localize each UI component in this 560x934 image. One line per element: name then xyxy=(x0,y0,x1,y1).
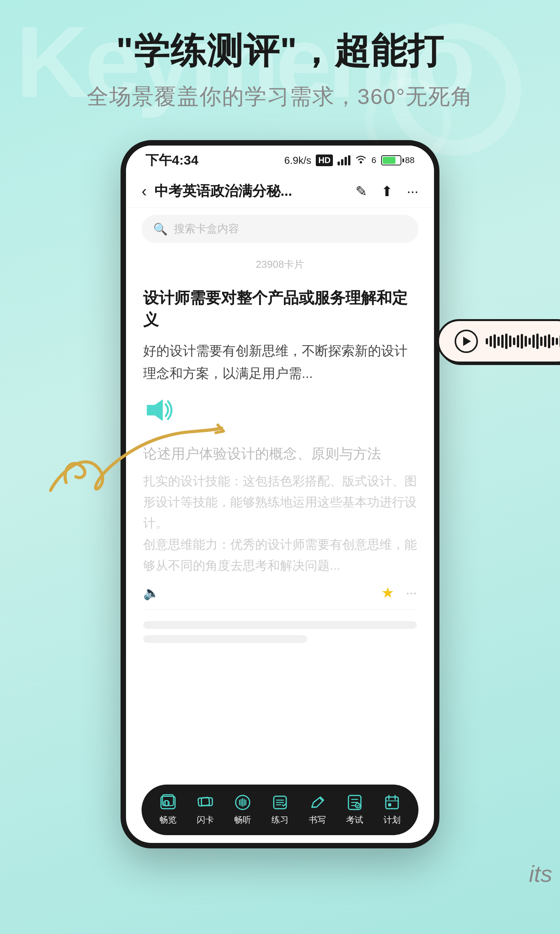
tab-plan-label: 计划 xyxy=(383,814,401,826)
svg-rect-7 xyxy=(198,797,210,806)
tab-write-label: 书写 xyxy=(309,814,326,826)
battery-percent: 88 xyxy=(405,155,415,165)
wave-10 xyxy=(521,334,523,349)
network-speed: 6.9k/s xyxy=(284,154,311,167)
listen-icon xyxy=(234,794,251,811)
search-placeholder: 搜索卡盒内容 xyxy=(174,221,239,236)
tab-write[interactable]: 书写 xyxy=(309,794,326,826)
tab-browse[interactable]: 畅览 xyxy=(159,794,177,826)
practice-icon xyxy=(271,794,289,811)
signal-bars xyxy=(338,155,350,165)
spacer-1 xyxy=(126,435,434,443)
play-button[interactable] xyxy=(455,330,478,353)
tab-practice[interactable]: 练习 xyxy=(271,794,289,826)
card-main: 设计师需要对整个产品或服务理解和定义 好的设计需要有创新思维，不断探索新的设计理… xyxy=(126,275,434,424)
wave-19 xyxy=(556,338,558,345)
wave-14 xyxy=(536,334,539,349)
browse-icon xyxy=(159,794,177,811)
lower-card: 论述用户体验设计的概念、原则与方法 扎实的设计技能：这包括色彩搭配、版式设计、图… xyxy=(126,443,434,576)
wave-3 xyxy=(494,334,496,348)
wave-11 xyxy=(525,336,527,347)
wave-5 xyxy=(501,335,504,348)
wave-6 xyxy=(505,334,508,349)
nav-title: 中考英语政治满分秘... xyxy=(154,182,355,201)
search-input-wrapper[interactable]: 🔍 搜索卡盒内容 xyxy=(142,215,418,243)
tab-exam-label: 考试 xyxy=(346,814,363,826)
tab-flashcard-label: 闪卡 xyxy=(197,814,214,826)
header-subtitle: 全场景覆盖你的学习需求，360°无死角 xyxy=(0,82,560,112)
edit-button[interactable]: ✎ xyxy=(355,183,367,200)
signal-bar-3 xyxy=(345,157,347,165)
card-text: 好的设计需要有创新思维，不断探索新的设计理念和方案，以满足用户需... xyxy=(143,340,417,385)
exam-icon xyxy=(346,794,363,811)
write-icon xyxy=(309,794,326,811)
card-actions: 🔈 ★ ··· xyxy=(126,576,434,609)
tab-listen[interactable]: 畅听 xyxy=(234,794,251,826)
signal-bar-4 xyxy=(348,155,350,165)
tab-bar: 畅览 闪卡 畅听 xyxy=(142,785,418,835)
hd-badge: HD xyxy=(316,154,333,166)
search-icon: 🔍 xyxy=(153,222,168,236)
wave-18 xyxy=(552,337,554,346)
wifi-icon xyxy=(355,154,367,167)
tab-plan[interactable]: 计划 xyxy=(383,794,401,826)
svg-point-0 xyxy=(360,161,362,163)
card-count: 23908卡片 xyxy=(126,250,434,275)
share-button[interactable]: ⬆ xyxy=(381,183,393,200)
nav-bar: ‹ 中考英语政治满分秘... ✎ ⬆ ··· xyxy=(126,175,434,208)
wave-7 xyxy=(509,335,511,347)
wave-4 xyxy=(497,337,500,346)
svg-rect-8 xyxy=(201,798,212,806)
flashcard-icon xyxy=(197,794,214,811)
nav-actions: ✎ ⬆ ··· xyxy=(355,183,418,200)
svg-marker-1 xyxy=(147,400,163,421)
speaker-icon[interactable] xyxy=(143,397,174,424)
more-button[interactable]: ··· xyxy=(407,183,418,200)
header-area: "学练测评"，超能打 全场景覆盖你的学习需求，360°无死角 xyxy=(0,31,560,112)
signal-bar-2 xyxy=(341,159,343,165)
svg-rect-30 xyxy=(388,803,391,806)
card-speaker-icon[interactable]: 🔈 xyxy=(143,585,159,600)
lower-card-text: 扎实的设计技能：这包括色彩搭配、版式设计、图形设计等技能，能够熟练地运用这些基本… xyxy=(143,471,417,576)
tab-practice-label: 练习 xyxy=(271,814,289,826)
play-triangle-icon xyxy=(463,337,471,346)
audio-player-bubble[interactable] xyxy=(437,319,560,363)
status-time: 下午4:34 xyxy=(145,151,198,169)
wave-15 xyxy=(540,337,542,346)
card-title: 设计师需要对整个产品或服务理解和定义 xyxy=(143,275,417,330)
tab-listen-label: 畅听 xyxy=(234,814,251,826)
tab-exam[interactable]: 考试 xyxy=(346,794,363,826)
next-card-preview xyxy=(126,609,434,657)
status-right: 6.9k/s HD 6 xyxy=(284,154,415,167)
status-bar: 下午4:34 6.9k/s HD 6 xyxy=(126,146,434,175)
tab-flashcard[interactable]: 闪卡 xyxy=(197,794,214,826)
card-right-actions: ★ ··· xyxy=(381,584,417,601)
header-title: "学练测评"，超能打 xyxy=(0,31,560,70)
wave-2 xyxy=(490,336,492,347)
next-card-line-1 xyxy=(143,621,417,629)
battery: 88 xyxy=(381,155,415,165)
wave-1 xyxy=(486,338,488,344)
plan-icon xyxy=(383,794,401,811)
wave-16 xyxy=(544,335,546,347)
its-label: its xyxy=(529,860,552,887)
wave-13 xyxy=(532,335,535,348)
tab-browse-label: 畅览 xyxy=(159,814,177,826)
lower-card-title: 论述用户体验设计的概念、原则与方法 xyxy=(143,443,417,464)
next-card-line-2 xyxy=(143,635,307,643)
back-button[interactable]: ‹ xyxy=(142,183,147,200)
audio-row xyxy=(143,397,417,424)
card-more-button[interactable]: ··· xyxy=(406,585,417,600)
search-bar-container: 🔍 搜索卡盒内容 xyxy=(126,208,434,250)
star-button[interactable]: ★ xyxy=(381,584,394,601)
waveform xyxy=(486,334,560,349)
wave-8 xyxy=(513,337,515,345)
wave-9 xyxy=(517,335,519,348)
wifi-sub: 6 xyxy=(371,155,376,165)
svg-rect-26 xyxy=(386,797,398,809)
signal-bar-1 xyxy=(338,162,340,165)
phone-mockup: 下午4:34 6.9k/s HD 6 xyxy=(121,140,439,848)
wave-17 xyxy=(548,334,550,348)
wave-12 xyxy=(528,338,531,345)
